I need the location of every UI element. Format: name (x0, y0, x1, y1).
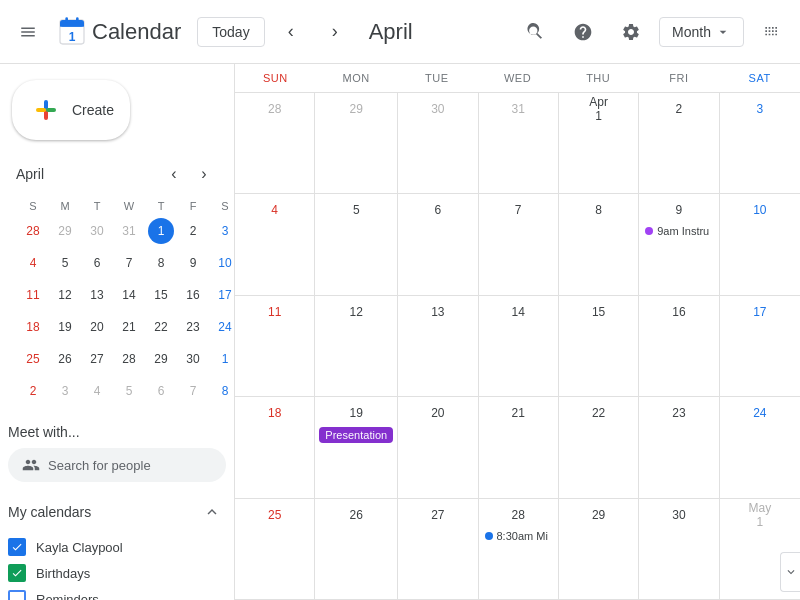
cal-date[interactable]: 7 (506, 198, 530, 222)
cal-cell[interactable]: 13 (398, 296, 478, 397)
calendar-item[interactable]: Birthdays (8, 560, 226, 586)
cal-date[interactable]: 2 (667, 97, 691, 121)
cal-date[interactable]: 30 (426, 97, 450, 121)
mini-cal-day[interactable]: 2 (178, 216, 208, 246)
mini-next-button[interactable]: › (190, 160, 218, 188)
mini-cal-day[interactable]: 25 (18, 344, 48, 374)
calendar-item[interactable]: Kayla Claypool (8, 534, 226, 560)
mini-cal-day[interactable]: 8 (210, 376, 235, 406)
cal-date[interactable]: 20 (426, 401, 450, 425)
cal-date[interactable]: May 1 (748, 503, 772, 527)
mini-prev-button[interactable]: ‹ (160, 160, 188, 188)
mini-cal-day[interactable]: 11 (18, 280, 48, 310)
cal-cell[interactable]: 22 (559, 397, 639, 498)
mini-cal-day[interactable]: 20 (82, 312, 112, 342)
cal-date[interactable]: 3 (748, 97, 772, 121)
mini-cal-day[interactable]: 13 (82, 280, 112, 310)
event-dot-item[interactable]: 9am Instru (643, 224, 714, 238)
cal-date[interactable]: 18 (263, 401, 287, 425)
cal-date[interactable]: 6 (426, 198, 450, 222)
cal-date[interactable]: 29 (587, 503, 611, 527)
mini-cal-day[interactable]: 5 (50, 248, 80, 278)
cal-cell[interactable]: 24 (720, 397, 800, 498)
mini-cal-day[interactable]: 9 (178, 248, 208, 278)
calendar-checkbox[interactable] (8, 538, 26, 556)
mini-cal-day[interactable]: 18 (18, 312, 48, 342)
calendar-checkbox[interactable] (8, 564, 26, 582)
mini-cal-day[interactable]: 19 (50, 312, 80, 342)
cal-cell[interactable]: 15 (559, 296, 639, 397)
cal-cell[interactable]: 29 (315, 93, 398, 194)
mini-cal-day[interactable]: 16 (178, 280, 208, 310)
mini-cal-day[interactable]: 1 (210, 344, 235, 374)
apps-button[interactable] (752, 12, 792, 52)
cal-date[interactable]: 14 (506, 300, 530, 324)
cal-date[interactable]: 17 (748, 300, 772, 324)
help-button[interactable] (563, 12, 603, 52)
cal-cell[interactable]: 99am Instru (639, 194, 719, 295)
cal-cell[interactable]: 26 (315, 499, 398, 600)
mini-cal-day[interactable]: 4 (18, 248, 48, 278)
cal-cell[interactable]: Apr 1 (559, 93, 639, 194)
app-logo[interactable]: 1 Calendar (56, 16, 181, 48)
cal-date[interactable]: Apr 1 (587, 97, 611, 121)
cal-cell[interactable]: 10 (720, 194, 800, 295)
create-button[interactable]: Create (12, 80, 130, 140)
cal-date[interactable]: 22 (587, 401, 611, 425)
cal-date[interactable]: 5 (344, 198, 368, 222)
mini-cal-day[interactable]: 28 (18, 216, 48, 246)
cal-cell[interactable]: 30 (398, 93, 478, 194)
cal-cell[interactable]: 6 (398, 194, 478, 295)
cal-date[interactable]: 13 (426, 300, 450, 324)
prev-button[interactable]: ‹ (273, 14, 309, 50)
cal-cell[interactable]: 3 (720, 93, 800, 194)
mini-cal-day[interactable]: 12 (50, 280, 80, 310)
cal-cell[interactable]: 7 (479, 194, 559, 295)
cal-cell[interactable]: 20 (398, 397, 478, 498)
cal-cell[interactable]: 5 (315, 194, 398, 295)
mini-cal-day[interactable]: 31 (114, 216, 144, 246)
mini-cal-day[interactable]: 29 (146, 344, 176, 374)
next-button[interactable]: › (317, 14, 353, 50)
event-dot-item[interactable]: 8:30am Mi (483, 529, 554, 543)
cal-date[interactable]: 21 (506, 401, 530, 425)
mini-cal-day[interactable]: 23 (178, 312, 208, 342)
mini-cal-day[interactable]: 24 (210, 312, 235, 342)
search-people-button[interactable]: Search for people (8, 448, 226, 482)
mini-cal-day[interactable]: 27 (82, 344, 112, 374)
mini-cal-day[interactable]: 10 (210, 248, 235, 278)
cal-cell[interactable]: 16 (639, 296, 719, 397)
calendar-item[interactable]: Reminders (8, 586, 226, 600)
cal-cell[interactable]: 17 (720, 296, 800, 397)
cal-date[interactable]: 27 (426, 503, 450, 527)
cal-cell[interactable]: 8 (559, 194, 639, 295)
event-chip[interactable]: Presentation (319, 427, 393, 443)
cal-cell[interactable]: 288:30am Mi (479, 499, 559, 600)
search-button[interactable] (515, 12, 555, 52)
mini-cal-day[interactable]: 15 (146, 280, 176, 310)
cal-cell[interactable]: 2 (639, 93, 719, 194)
cal-cell[interactable]: 23 (639, 397, 719, 498)
mini-cal-day[interactable]: 17 (210, 280, 235, 310)
mini-cal-day[interactable]: 6 (82, 248, 112, 278)
mini-cal-day[interactable]: 8 (146, 248, 176, 278)
cal-date[interactable]: 16 (667, 300, 691, 324)
mini-cal-day[interactable]: 28 (114, 344, 144, 374)
cal-date[interactable]: 25 (263, 503, 287, 527)
cal-date[interactable]: 10 (748, 198, 772, 222)
cal-cell[interactable]: 31 (479, 93, 559, 194)
cal-date[interactable]: 8 (587, 198, 611, 222)
mini-cal-day[interactable]: 3 (210, 216, 235, 246)
cal-date[interactable]: 23 (667, 401, 691, 425)
cal-cell[interactable]: 19Presentation (315, 397, 398, 498)
cal-date[interactable]: 31 (506, 97, 530, 121)
cal-cell[interactable]: 25 (235, 499, 315, 600)
settings-button[interactable] (611, 12, 651, 52)
mini-cal-day[interactable]: 14 (114, 280, 144, 310)
cal-date[interactable]: 26 (344, 503, 368, 527)
cal-date[interactable]: 9 (667, 198, 691, 222)
today-button[interactable]: Today (197, 17, 264, 47)
cal-date[interactable]: 28 (263, 97, 287, 121)
mini-cal-day[interactable]: 1 (146, 216, 176, 246)
cal-cell[interactable]: 21 (479, 397, 559, 498)
